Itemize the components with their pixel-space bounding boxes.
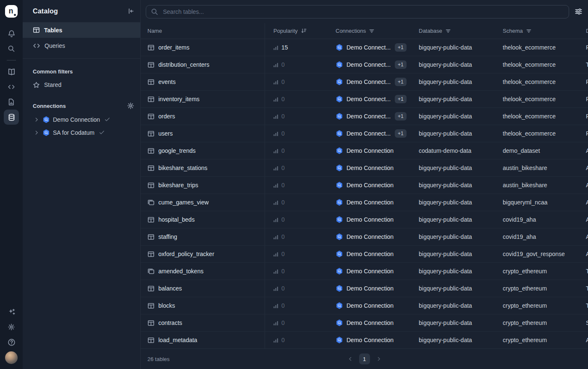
table-row[interactable]: load_metadata 0 Demo Connection bigquery…	[141, 332, 588, 348]
next-page-icon[interactable]	[376, 356, 382, 362]
file-chart-icon[interactable]	[4, 94, 19, 110]
schema-cell: thelook_ecommerce	[494, 56, 578, 73]
column-header-name[interactable]: Name	[141, 23, 265, 39]
extra-connections-badge[interactable]: +1	[395, 60, 407, 69]
filter-icon[interactable]	[369, 28, 375, 34]
filter-icon[interactable]	[526, 28, 532, 34]
table-row[interactable]: amended_tokens 0 Demo Connection bigquer…	[141, 263, 588, 280]
connection-name: Demo Connection	[346, 165, 394, 171]
sparkles-icon[interactable]	[4, 304, 19, 319]
sidebar-item-tables[interactable]: Tables	[23, 22, 140, 38]
chevron-right-icon[interactable]	[34, 130, 39, 136]
table-row[interactable]: bikeshare_trips 0 Demo Connection bigque…	[141, 177, 588, 194]
page-number-button[interactable]: 1	[359, 353, 370, 364]
table-row[interactable]: distribution_centers 0 Demo Connect... +…	[141, 56, 588, 73]
database-cell: bigquery-public-data	[410, 160, 494, 176]
table-row[interactable]: blocks 0 Demo Connection bigquery-public…	[141, 297, 588, 314]
database-cell: bigquery-public-data	[410, 263, 494, 280]
table-name: events	[158, 79, 176, 85]
extra-connections-badge[interactable]: +1	[395, 112, 407, 120]
table-row[interactable]: staffing 0 Demo Connection bigquery-publ…	[141, 228, 588, 246]
connections-settings-gear-icon[interactable]	[127, 102, 134, 110]
description-cell: A	[578, 211, 588, 228]
app-logo[interactable]: n	[5, 5, 18, 18]
table-row[interactable]: contracts 0 Demo Connection bigquery-pub…	[141, 314, 588, 332]
filter-settings-icon[interactable]	[575, 8, 583, 16]
column-header-connections[interactable]: Connections	[327, 23, 410, 39]
database-cell: bigquery-public-data	[410, 211, 494, 228]
connection-tree-item[interactable]: SA for Codatum	[23, 126, 140, 139]
check-icon	[99, 129, 105, 136]
connections-cell: Demo Connection	[327, 263, 410, 280]
help-icon[interactable]	[4, 335, 19, 350]
schema-cell: covid19_aha	[494, 228, 578, 245]
popularity-cell: 0	[265, 263, 327, 280]
extra-connections-badge[interactable]: +1	[395, 95, 407, 103]
extra-connections-badge[interactable]: +1	[395, 43, 407, 52]
connection-name: Demo Connection	[346, 268, 394, 275]
connection-name: Demo Connection	[346, 285, 394, 292]
popularity-value: 15	[281, 44, 288, 51]
connection-name: Demo Connection	[346, 216, 394, 223]
table-row[interactable]: oxford_policy_tracker 0 Demo Connection …	[141, 246, 588, 263]
column-header-popularity[interactable]: Popularity	[265, 23, 327, 39]
sort-desc-icon[interactable]	[301, 28, 307, 34]
popularity-cell: 0	[265, 91, 327, 107]
table-row[interactable]: balances 0 Demo Connection bigquery-publ…	[141, 280, 588, 297]
table-row[interactable]: google_trends 0 Demo Connection codatum-…	[141, 142, 588, 160]
popularity-cell: 0	[265, 228, 327, 245]
connection-tree-item[interactable]: Demo Connection	[23, 113, 140, 126]
bar-chart-icon	[273, 337, 279, 343]
bell-icon[interactable]	[4, 26, 19, 41]
table-count: 26 tables	[147, 356, 170, 362]
collapse-sidebar-icon[interactable]	[127, 8, 134, 15]
check-icon	[104, 116, 110, 123]
table-row[interactable]: cume_games_view 0 Demo Connection bigque…	[141, 194, 588, 211]
code-icon[interactable]	[4, 79, 19, 94]
book-open-icon[interactable]	[4, 64, 19, 79]
extra-connections-badge[interactable]: +1	[395, 129, 407, 138]
sidebar-item-queries[interactable]: Queries	[23, 38, 140, 53]
table-icon	[147, 319, 155, 327]
database-cell: bigquery-public-data	[410, 73, 494, 90]
table-row[interactable]: hospital_beds 0 Demo Connection bigquery…	[141, 211, 588, 228]
table-footer: 26 tables 1	[141, 348, 588, 369]
table-name: amended_tokens	[158, 268, 203, 275]
gear-icon[interactable]	[4, 319, 19, 335]
connections-section-header: Connections	[23, 102, 140, 110]
database-icon[interactable]	[4, 110, 19, 125]
sidebar-item-stared[interactable]: Stared	[23, 77, 140, 92]
connection-name: Demo Connection	[346, 147, 394, 154]
connections-cell: Demo Connect... +1	[327, 39, 410, 56]
column-header-schema[interactable]: Schema	[494, 23, 578, 39]
table-row[interactable]: bikeshare_stations 0 Demo Connection big…	[141, 160, 588, 177]
schema-cell: demo_dataset	[494, 142, 578, 159]
description-cell: P	[578, 108, 588, 125]
table-row[interactable]: inventory_items 0 Demo Connect... +1 big…	[141, 91, 588, 108]
description-cell: A	[578, 177, 588, 194]
table-row[interactable]: users 0 Demo Connect... +1 bigquery-publ…	[141, 125, 588, 142]
prev-page-icon[interactable]	[347, 356, 353, 362]
view-icon	[147, 268, 155, 275]
rail-bottom-group	[4, 304, 19, 350]
column-header-database[interactable]: Database	[410, 23, 494, 39]
table-row[interactable]: orders 0 Demo Connect... +1 bigquery-pub…	[141, 108, 588, 125]
database-cell: bigquery-public-data	[410, 39, 494, 56]
search-icon[interactable]	[4, 41, 19, 56]
column-header-d[interactable]: D	[578, 23, 588, 39]
user-avatar[interactable]	[5, 351, 18, 364]
connections-cell: Demo Connection	[327, 142, 410, 159]
table-row[interactable]: events 0 Demo Connect... +1 bigquery-pub…	[141, 73, 588, 91]
search-input[interactable]	[162, 8, 564, 16]
extra-connections-badge[interactable]: +1	[395, 78, 407, 86]
filter-icon[interactable]	[445, 28, 451, 34]
table-icon	[147, 61, 155, 68]
search-box	[146, 5, 569, 18]
page-title: Catalog	[33, 8, 58, 15]
bigquery-hexagon-icon	[336, 44, 343, 51]
table-name: oxford_policy_tracker	[158, 251, 214, 257]
table-row[interactable]: order_items 15 Demo Connect... +1 bigque…	[141, 39, 588, 56]
popularity-cell: 0	[265, 56, 327, 73]
view-icon	[147, 199, 155, 206]
chevron-right-icon[interactable]	[34, 117, 39, 123]
